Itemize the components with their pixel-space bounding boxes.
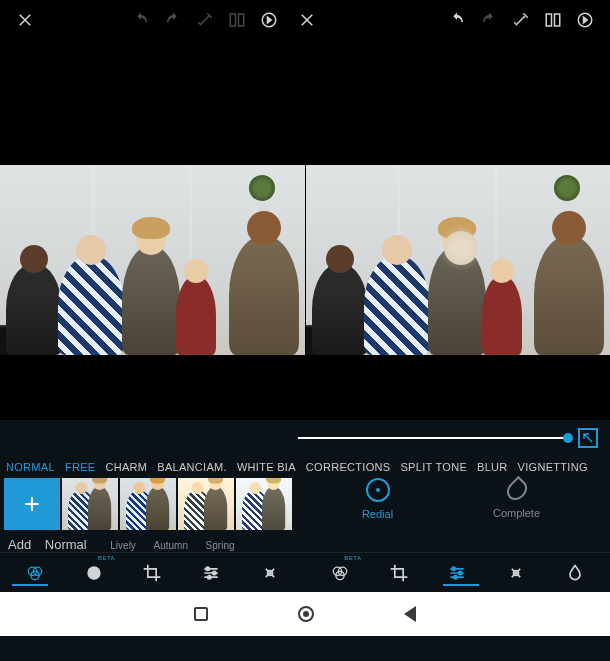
close-icon[interactable] — [16, 11, 34, 29]
nav-back-icon[interactable] — [404, 606, 416, 622]
image-canvas — [0, 40, 610, 420]
undo-icon[interactable] — [132, 11, 150, 29]
cat-whitebia[interactable]: WHITE BIA — [237, 461, 296, 473]
compare-icon-r[interactable] — [544, 11, 562, 29]
tool-tabs-right: BETA — [305, 561, 610, 585]
svg-point-12 — [208, 575, 211, 578]
preset-autumn[interactable] — [178, 478, 234, 530]
preset-row-label: Add Normal Lively Autumn Spring — [8, 537, 235, 552]
mask-button[interactable] — [578, 428, 598, 448]
cat-balance[interactable]: BALANCIAM. — [157, 461, 227, 473]
tool-tabs-left: BETA — [0, 561, 305, 585]
svg-rect-1 — [239, 14, 244, 26]
drop-icon — [508, 479, 526, 501]
intensity-row — [0, 420, 610, 456]
tab-heal-icon[interactable] — [258, 561, 282, 585]
wand-icon-r[interactable] — [512, 11, 530, 29]
svg-point-18 — [459, 571, 462, 574]
presets-row: + Add Normal Lively Autumn Spring Redial — [0, 478, 610, 552]
compare-icon[interactable] — [228, 11, 246, 29]
tab-crop-icon[interactable] — [140, 561, 164, 585]
close-icon-2[interactable] — [298, 11, 316, 29]
mode-complete-label: Complete — [493, 507, 540, 519]
cat-blur[interactable]: BLUR — [477, 461, 508, 473]
svg-point-17 — [452, 567, 455, 570]
tool-tabs: BETA BETA — [0, 552, 610, 592]
cat-vignetting[interactable]: VIGNETTING — [518, 461, 588, 473]
preset-normal[interactable] — [62, 478, 118, 530]
preset-lively[interactable] — [120, 478, 176, 530]
top-toolbar — [0, 0, 610, 40]
svg-point-9 — [87, 566, 100, 579]
cat-free[interactable]: FREE — [65, 461, 96, 473]
wand-icon[interactable] — [196, 11, 214, 29]
next-icon[interactable] — [260, 11, 278, 29]
add-preset-button[interactable]: + — [4, 478, 60, 530]
radial-icon — [366, 478, 390, 502]
android-nav-bar — [0, 592, 610, 636]
preset-spring[interactable] — [236, 478, 292, 530]
svg-point-19 — [454, 575, 457, 578]
filter-categories[interactable]: NORMAL FREE CHARM BALANCIAM. WHITE BIA C… — [0, 456, 610, 478]
tab-adjust-icon-r[interactable] — [445, 561, 469, 585]
cat-splittone[interactable]: SPLIT TONE — [400, 461, 467, 473]
tab-filters-icon[interactable] — [23, 561, 47, 585]
svg-rect-3 — [546, 14, 551, 26]
intensity-slider[interactable] — [298, 437, 568, 439]
svg-rect-0 — [230, 14, 235, 26]
mode-redial-label: Redial — [362, 508, 393, 520]
after-image[interactable] — [306, 165, 611, 355]
cat-charm[interactable]: CHARM — [105, 461, 147, 473]
tab-filters-icon-r[interactable]: BETA — [328, 561, 352, 585]
nav-recents-icon[interactable] — [194, 607, 208, 621]
nav-home-icon[interactable] — [298, 606, 314, 622]
redo-icon[interactable] — [164, 11, 182, 29]
svg-point-10 — [206, 567, 209, 570]
mode-complete[interactable]: Complete — [493, 479, 540, 519]
next-icon-r[interactable] — [576, 11, 594, 29]
blur-marker-icon[interactable] — [444, 231, 478, 265]
svg-point-11 — [213, 571, 216, 574]
tab-adjust-icon[interactable] — [199, 561, 223, 585]
tab-heal-icon-r[interactable] — [504, 561, 528, 585]
redo-icon-r[interactable] — [480, 11, 498, 29]
photo-editor-app: NORMAL FREE CHARM BALANCIAM. WHITE BIA C… — [0, 0, 610, 661]
tab-crop-icon-r[interactable] — [387, 561, 411, 585]
before-image[interactable] — [0, 165, 305, 355]
undo-icon-r[interactable] — [448, 11, 466, 29]
cat-corrections[interactable]: CORRECTIONS — [306, 461, 391, 473]
tab-drop-icon-r[interactable] — [563, 561, 587, 585]
cat-normal[interactable]: NORMAL — [6, 461, 55, 473]
mode-redial[interactable]: Redial — [362, 478, 393, 520]
tab-portrait-icon[interactable]: BETA — [82, 561, 106, 585]
svg-rect-4 — [555, 14, 560, 26]
